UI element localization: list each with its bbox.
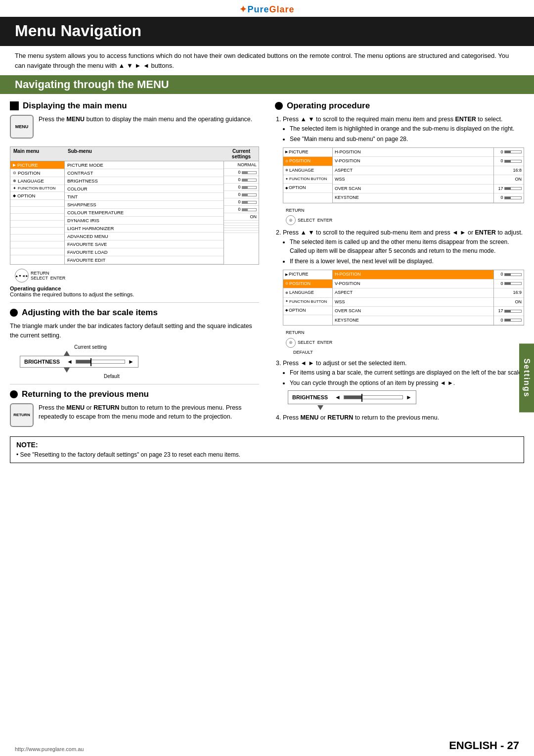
list-item: CONTRAST: [65, 169, 223, 177]
list-item: ASPECT: [333, 288, 493, 298]
list-item: LIGHT HARMONIZER: [65, 225, 223, 233]
list-item: 0: [224, 184, 259, 191]
list-item: ▶ PICTURE: [283, 148, 332, 157]
returning-block: RETURN Press the MENU or RETURN button t…: [10, 403, 259, 427]
right-arrow-icon: ►: [128, 358, 134, 365]
list-item: BRIGHTNESS: [65, 177, 223, 185]
page-title: Menu Navigation: [15, 22, 519, 40]
list-item: 0: [494, 270, 524, 280]
adjusting-heading: Adjusting with the bar scale items: [10, 308, 259, 318]
list-item: ▶ PICTURE: [10, 161, 64, 169]
list-item: ⊙ POSITION: [10, 169, 64, 177]
steps-list: Press ▲ ▼ to scroll to the required main…: [283, 115, 524, 423]
right-menu-1: ▶ PICTURE ⊙ POSITION ⊕ LANGUAGE ✦ FUNCTI…: [283, 147, 524, 203]
step3-brightness-bar: BRIGHTNESS ◄ ►: [288, 390, 524, 410]
triangle-down-wrap: [288, 405, 524, 410]
list-item: 16:9: [494, 288, 524, 298]
list-item: ◆ OPTION: [10, 192, 64, 200]
list-item: ⊙ POSITION: [283, 280, 332, 289]
list-item: KEYSTONE: [333, 193, 493, 203]
step-3: Press ◄ ► to adjust or set the selected …: [283, 359, 524, 410]
list-item: 0: [494, 280, 524, 289]
list-item: WSS: [333, 175, 493, 185]
right-menu-body: ▶ PICTURE ⊙ POSITION ⊕ LANGUAGE ✦ FUNCTI…: [283, 148, 524, 203]
left-arrow-icon2: ◄: [335, 393, 341, 402]
list-item: [10, 207, 64, 214]
logo-bar: ✦PureGlare: [0, 0, 534, 17]
page-title-bar: Menu Navigation: [0, 17, 534, 46]
right-main-col: ▶ PICTURE ⊙ POSITION ⊕ LANGUAGE ✦ FUNCTI…: [283, 148, 333, 203]
list-item: FAVOURITE EDIT: [65, 256, 223, 264]
list-item: V-POSITION: [333, 280, 493, 289]
list-item: FAVOURITE LOAD: [65, 248, 223, 256]
returning-body: Press the MENU or RETURN button to retur…: [10, 403, 259, 422]
triangle-wrap: [59, 351, 74, 356]
left-arrow-icon: ◄: [67, 358, 73, 365]
list-item: 0: [224, 191, 259, 198]
list-item: [10, 248, 64, 255]
list-item: NORMAL: [224, 161, 259, 169]
list-item: FAVOURITE SAVE: [65, 240, 223, 248]
default-label: Default: [104, 374, 259, 379]
list-item: 0: [494, 157, 524, 166]
list-item: [10, 235, 64, 241]
default-row: DEFAULT: [286, 349, 524, 356]
footer-url: http://www.pureglare.com.au: [15, 746, 84, 752]
list-item: 0: [224, 176, 259, 184]
bar-fill-2: [344, 396, 361, 399]
list-item: SHARPNESS: [65, 201, 223, 209]
list-item: 0: [494, 316, 524, 326]
bar-track-2: [344, 395, 403, 399]
section-heading: Navigating through the MENU: [0, 75, 534, 94]
list-item: 17: [494, 185, 524, 194]
list-item: COLOUR TEMPERATURE: [65, 209, 223, 217]
select-enter-row2: ◎ SELECT ENTER: [286, 215, 524, 225]
select-enter-dial: ▲▼◄►: [15, 269, 29, 283]
list-item: [10, 241, 64, 248]
display-menu-body: Press the MENU button to display the mai…: [10, 115, 259, 124]
black-circle-icon3: [275, 102, 283, 110]
bar-scale-diagram: Current setting BRIGHTNESS ◄ ► Default: [20, 344, 259, 379]
list-item: ASPECT: [333, 166, 493, 176]
list-item: ⊕ LANGUAGE: [283, 166, 332, 176]
right-menu-body-2: ▶ PICTURE ⊙ POSITION ⊕ LANGUAGE ✦ FUNCTI…: [283, 270, 524, 325]
list-item: OVER SCAN: [333, 185, 493, 194]
footer-page: ENGLISH - 27: [449, 739, 519, 752]
eng-label: E: [449, 739, 456, 752]
right-val-col: 0 0 16:8 ON 17 0: [494, 148, 524, 203]
nav-controls: ▲▼◄► RETURN SELECT ENTER: [15, 269, 259, 283]
list-item: ✦ FUNCTION BUTTON: [283, 298, 332, 306]
right-main-col-2: ▶ PICTURE ⊙ POSITION ⊕ LANGUAGE ✦ FUNCTI…: [283, 270, 333, 325]
list-item: You can cycle through the options of an …: [290, 378, 524, 387]
right-val-col-2: 0 0 16:9 ON 17 0: [494, 270, 524, 325]
display-main-menu-heading: Displaying the main menu: [10, 101, 259, 111]
list-item: KEYSTONE: [333, 316, 493, 326]
brightness-bar-2: BRIGHTNESS ◄ ►: [288, 390, 416, 404]
list-item: COLOUR: [65, 185, 223, 193]
sub-menu-col: PICTURE MODE CONTRAST BRIGHTNESS COLOUR …: [65, 161, 224, 264]
list-item: ⊙ POSITION: [283, 157, 332, 166]
intro-text: The menu system allows you to access fun…: [0, 51, 534, 75]
list-item: V-POSITION: [333, 157, 493, 166]
list-item: [224, 231, 259, 233]
list-item: 0: [224, 169, 259, 176]
op-guidance: Operating guidance Contains the required…: [10, 285, 259, 297]
list-item: 17: [494, 307, 524, 316]
list-item: DYNAMIC IRIS: [65, 217, 223, 225]
list-item: ✦ FUNCTION BUTTON: [10, 185, 64, 192]
op-procedure-heading: Operating procedure: [275, 101, 524, 111]
list-item: ⊕ LANGUAGE: [10, 177, 64, 185]
step-2: Press ▲ ▼ to scroll to the required sub-…: [283, 228, 524, 356]
select-enter-row3: RETURN: [286, 330, 524, 336]
triangle-down-icon2: [317, 405, 323, 410]
list-item: The selected item is highlighted in oran…: [290, 124, 524, 133]
current-setting-label: Current setting: [74, 344, 259, 350]
list-item: ▶ PICTURE: [283, 270, 332, 280]
list-item: H-POSITION: [333, 270, 493, 280]
triangle-wrap-down: [59, 368, 74, 373]
main-menu-col: ▶ PICTURE ⊙ POSITION ⊕ LANGUAGE ✦ FUNCTI…: [10, 161, 65, 264]
step-4: Press MENU or RETURN to return to the pr…: [283, 413, 524, 423]
right-sub-col: H-POSITION V-POSITION ASPECT WSS OVER SC…: [333, 148, 494, 203]
list-item: 16:8: [494, 166, 524, 176]
list-item: 0: [224, 206, 259, 213]
